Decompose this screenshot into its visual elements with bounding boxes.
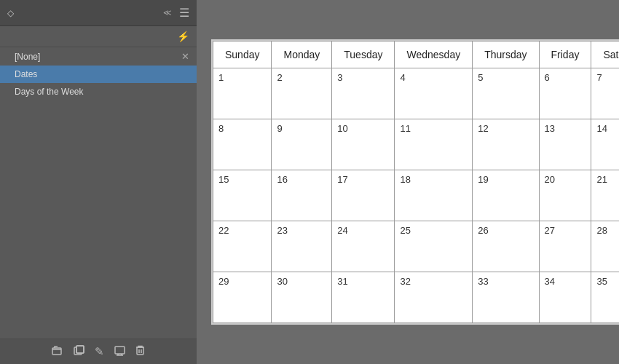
sidebar-item-days[interactable]: Days of the Week [0,83,197,100]
panel-icon: ◇ [7,8,14,18]
edit-button[interactable]: ✎ [92,344,106,360]
calendar-row-4: 29303132333435 [213,272,620,323]
calendar-cell-4-5: 34 [539,272,591,323]
sidebar-item-label-days: Days of the Week [15,87,84,97]
calendar-header-sunday: Sunday [213,41,272,68]
sidebar-item-none[interactable]: [None]✕ [0,47,197,66]
sidebar-item-label-dates: Dates [15,69,37,79]
calendar-cell-3-5: 27 [539,221,591,272]
calendar-header-saturday: Saturday [591,41,619,68]
svg-rect-2 [76,346,84,353]
calendar-cell-0-6: 7 [591,68,619,119]
calendar-cell-4-1: 30 [272,272,332,323]
delete-button[interactable] [133,344,147,360]
calendar-cell-3-0: 22 [213,221,272,272]
panel-menu-icon[interactable]: ☰ [179,6,189,20]
calendar-cell-2-4: 19 [473,170,539,221]
calendar-cell-2-0: 15 [213,170,272,221]
main-content: SundayMondayTuesdayWednesdayThursdayFrid… [197,0,619,364]
calendar-cell-0-4: 5 [473,68,539,119]
calendar-cell-1-2: 10 [332,119,395,170]
calendar-cell-4-4: 33 [473,272,539,323]
calendar-cell-3-4: 26 [473,221,539,272]
calendar-cell-4-2: 31 [332,272,395,323]
none-delete-icon[interactable]: ✕ [181,51,189,62]
calendar-cell-1-1: 9 [272,119,332,170]
calendar-cell-0-1: 2 [272,68,332,119]
calendar-cell-3-1: 23 [272,221,332,272]
collapse-icon[interactable]: ≪ [163,8,172,17]
calendar-cell-0-0: 1 [213,68,272,119]
lightning-icon[interactable]: ⚡ [177,31,189,42]
sidebar-item-label-none: [None] [15,52,40,62]
calendar-header-row: SundayMondayTuesdayWednesdayThursdayFrid… [213,41,620,68]
calendar-cell-2-1: 16 [272,170,332,221]
calendar-cell-3-2: 24 [332,221,395,272]
calendar-row-2: 15161718192021 [213,170,620,221]
sidebar-item-dates[interactable]: Dates [0,66,197,83]
duplicate-button[interactable] [71,344,87,360]
calendar-cell-0-5: 6 [539,68,591,119]
calendar-row-0: 1234567 [213,68,620,119]
calendar-cell-4-3: 32 [395,272,473,323]
calendar-cell-3-3: 25 [395,221,473,272]
calendar-cell-2-2: 17 [332,170,395,221]
svg-rect-5 [137,347,143,355]
calendar-cell-1-5: 13 [539,119,591,170]
calendar-row-3: 22232425262728 [213,221,620,272]
calendar-header-friday: Friday [539,41,591,68]
calendar-cell-3-6: 28 [591,221,619,272]
calendar-header-tuesday: Tuesday [332,41,395,68]
calendar-cell-2-6: 21 [591,170,619,221]
sidebar-title-row: ◇ [7,8,18,18]
sidebar-list: [None]✕DatesDays of the Week [0,47,197,339]
new-group-button[interactable] [50,344,66,360]
sidebar: ◇ ≪ ☰ ⚡ [None]✕DatesDays of the Week [0,0,197,364]
calendar-header-thursday: Thursday [473,41,539,68]
load-button[interactable] [112,344,127,360]
calendar-cell-1-0: 8 [213,119,272,170]
calendar-cell-0-2: 3 [332,68,395,119]
calendar-header-wednesday: Wednesday [395,41,473,68]
calendar-row-1: 891011121314 [213,119,620,170]
sidebar-header: ◇ ≪ ☰ [0,0,197,26]
calendar-cell-1-3: 11 [395,119,473,170]
sidebar-toolbar: ✎ [0,339,197,364]
calendar-cell-4-6: 35 [591,272,619,323]
sidebar-section-header: ⚡ [0,26,197,47]
svg-rect-4 [115,347,125,354]
calendar-cell-0-3: 4 [395,68,473,119]
calendar-cell-4-0: 29 [213,272,272,323]
calendar-body: 1234567891011121314151617181920212223242… [213,68,620,323]
calendar-cell-1-6: 14 [591,119,619,170]
calendar-cell-1-4: 12 [473,119,539,170]
calendar-table: SundayMondayTuesdayWednesdayThursdayFrid… [213,41,619,323]
calendar-cell-2-3: 18 [395,170,473,221]
calendar-header-monday: Monday [272,41,332,68]
calendar-container: SundayMondayTuesdayWednesdayThursdayFrid… [211,39,619,325]
calendar-cell-2-5: 20 [539,170,591,221]
